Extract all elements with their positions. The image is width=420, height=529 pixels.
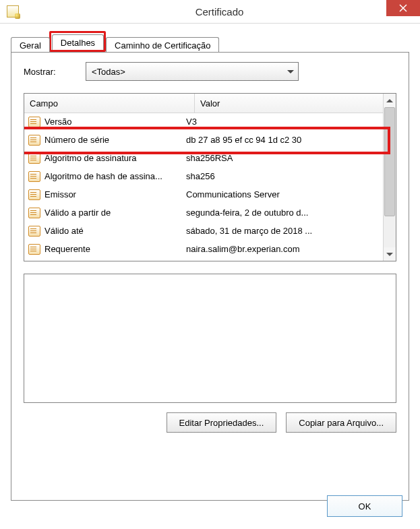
table-row[interactable]: Algoritmo de hash de assina...sha256 [24,167,384,185]
tab-general[interactable]: Geral [11,37,50,53]
value-cell: Communications Server [183,189,384,199]
table-row[interactable]: Algoritmo de assinaturasha256RSA [24,149,384,167]
field-icon [28,189,40,200]
table-row[interactable]: Requerentenaira.salim@br.experian.com [24,240,384,258]
scroll-thumb[interactable] [384,107,395,216]
value-cell: sha256 [183,171,384,181]
highlight-box-tab: Detalhes [49,31,106,52]
table-row[interactable]: Válido a partir desegunda-feira, 2 de ou… [24,204,384,222]
field-name: Válido até [44,226,84,236]
tab-content-details: Mostrar: <Todas> Campo Valor VersãoV3Núm… [11,52,409,501]
field-name: Algoritmo de hash de assina... [44,171,162,181]
table-row[interactable]: EmissorCommunications Server [24,185,384,204]
ok-button[interactable]: OK [327,495,402,517]
field-name: Válido a partir de [44,208,111,218]
edit-properties-button[interactable]: Editar Propriedades... [167,412,277,433]
filter-combobox[interactable]: <Todas> [86,62,299,81]
table-row[interactable]: Número de sériedb 27 a8 95 ef cc 94 1d c… [24,131,384,149]
value-cell: naira.salim@br.experian.com [183,244,384,254]
field-name: Número de série [44,135,109,145]
close-button[interactable] [386,0,420,16]
field-cell: Emissor [24,189,183,200]
copy-to-file-button[interactable]: Copiar para Arquivo... [286,412,396,433]
table-row[interactable]: Válido atésábado, 31 de março de 2018 ..… [24,222,384,240]
field-cell: Algoritmo de hash de assina... [24,171,183,182]
table-row[interactable]: VersãoV3 [24,113,384,131]
field-name: Versão [44,117,71,127]
triangle-up-icon [386,99,393,102]
certificate-fields-list: Campo Valor VersãoV3Número de sériedb 27… [24,93,396,261]
tab-details[interactable]: Detalhes [52,34,104,50]
scroll-down-button[interactable] [384,247,396,261]
filter-label: Mostrar: [24,67,86,77]
field-icon [28,226,40,237]
field-name: Algoritmo de assinatura [44,153,137,163]
field-cell: Versão [24,117,183,127]
field-cell: Requerente [24,244,183,255]
certificate-icon [7,5,19,18]
field-detail-box[interactable] [24,274,396,403]
value-cell: sha256RSA [183,153,384,163]
field-icon [28,244,40,255]
value-cell: sábado, 31 de março de 2018 ... [183,226,384,236]
field-cell: Algoritmo de assinatura [24,153,183,164]
title-bar: Certificado [0,0,420,24]
field-icon [28,117,40,127]
field-cell: Válido até [24,226,183,237]
list-header: Campo Valor [24,94,396,113]
value-cell: segunda-feira, 2 de outubro d... [183,208,384,218]
tab-cert-path[interactable]: Caminho de Certificação [106,37,219,53]
value-cell: V3 [183,117,384,127]
column-header-field[interactable]: Campo [24,94,195,113]
field-icon [28,153,40,164]
scrollbar[interactable] [383,94,396,261]
scroll-up-button[interactable] [384,94,396,107]
field-name: Emissor [44,189,76,199]
window-title: Certificado [19,6,420,18]
field-icon [28,208,40,218]
value-cell: db 27 a8 95 ef cc 94 1d c2 30 [183,135,384,145]
filter-value: <Todas> [92,67,125,77]
field-cell: Número de série [24,135,183,146]
close-icon [399,4,407,12]
tab-bar: Geral Detalhes Caminho de Certificação [11,34,409,52]
field-cell: Válido a partir de [24,208,183,218]
field-icon [28,171,40,182]
field-name: Requerente [44,244,90,254]
field-icon [28,135,40,146]
triangle-down-icon [386,253,393,256]
chevron-down-icon [287,70,294,73]
column-header-value[interactable]: Valor [195,94,396,113]
